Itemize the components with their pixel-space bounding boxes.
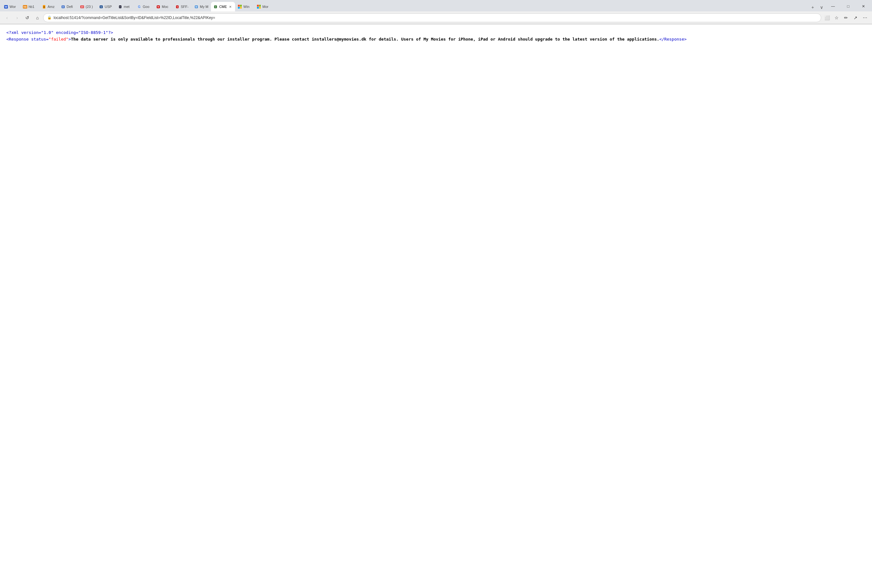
collections-button[interactable]: ✏ bbox=[842, 14, 851, 22]
maximize-button[interactable]: □ bbox=[841, 1, 855, 11]
word-icon: W bbox=[4, 5, 8, 9]
star-icon: ☆ bbox=[834, 15, 839, 20]
tab-usp[interactable]: U USP bbox=[96, 2, 116, 11]
tab-label-met: met bbox=[124, 5, 129, 9]
tab-label-cme: CME bbox=[219, 5, 227, 9]
hb-icon: hb bbox=[23, 5, 27, 9]
tab-favicon-sff: S bbox=[175, 4, 179, 9]
tab-label-wor: Wor bbox=[9, 5, 16, 9]
back-icon: ‹ bbox=[6, 15, 8, 20]
tab-hb1[interactable]: hb hb1 bbox=[20, 2, 39, 11]
tab-met[interactable]: m met bbox=[116, 2, 134, 11]
tab-favicon-win bbox=[238, 4, 242, 9]
amazon-icon: a bbox=[43, 5, 45, 9]
tab-wor[interactable]: W Wor bbox=[1, 2, 20, 11]
tab-mor[interactable]: Mor bbox=[254, 2, 273, 11]
home-icon: ⌂ bbox=[36, 15, 39, 20]
new-tab-button[interactable]: + bbox=[809, 3, 817, 11]
settings-icon: ⋯ bbox=[863, 15, 867, 20]
tab-favicon-met: m bbox=[118, 4, 122, 9]
minimize-button[interactable]: — bbox=[826, 1, 840, 11]
tab-win[interactable]: Win bbox=[235, 2, 254, 11]
tab-favicon-mym: M bbox=[194, 4, 198, 9]
share-icon: ↗ bbox=[854, 15, 857, 20]
tab-def[interactable]: D Defi bbox=[59, 2, 77, 11]
google-icon: G bbox=[138, 5, 141, 9]
mor-icon bbox=[257, 5, 261, 9]
response-close-tag: </Response> bbox=[659, 37, 686, 42]
favorites-button[interactable]: ☆ bbox=[832, 14, 841, 22]
tab-favicon-amazon: a bbox=[42, 4, 46, 9]
windows-icon bbox=[238, 5, 242, 9]
tab-label-mor: Mor bbox=[262, 5, 268, 9]
tab-label-moc: Moc bbox=[162, 5, 168, 9]
mym-icon: M bbox=[195, 5, 198, 8]
23-icon: 23 bbox=[80, 5, 84, 8]
forward-icon: › bbox=[17, 15, 18, 20]
tab-label-sff: SFF- bbox=[181, 5, 188, 9]
tab-close-cme[interactable]: ✕ bbox=[228, 4, 233, 9]
tab-goo[interactable]: G Goo bbox=[134, 2, 153, 11]
xml-declaration: <?xml version="1.0" encoding="ISO-8859-1… bbox=[6, 30, 113, 35]
forward-button[interactable]: › bbox=[13, 14, 21, 22]
close-button[interactable]: ✕ bbox=[856, 1, 871, 11]
tab-favicon-wor: W bbox=[4, 4, 8, 9]
tab-amazon[interactable]: a Amz bbox=[39, 2, 59, 11]
nav-actions: ⬜ ☆ ✏ ↗ ⋯ bbox=[822, 14, 869, 22]
refresh-icon: ↺ bbox=[26, 15, 29, 20]
browser-chrome: W Wor hb hb1 a Amz D Defi 23 bbox=[0, 0, 872, 24]
address-text: localhost:51414/?command=GetTitleList&So… bbox=[54, 15, 817, 20]
def-icon: D bbox=[62, 5, 65, 8]
tab-bar-controls: + ∨ bbox=[809, 3, 826, 11]
tab-list-button[interactable]: ∨ bbox=[818, 3, 826, 11]
tab-label-23: (23 ) bbox=[86, 5, 93, 9]
tab-favicon-23: 23 bbox=[80, 4, 84, 9]
response-message: The data server is only available to pro… bbox=[71, 37, 660, 42]
sff-icon: S bbox=[176, 5, 179, 8]
tab-favicon-usp: U bbox=[99, 4, 104, 9]
tab-23[interactable]: 23 (23 ) bbox=[77, 2, 96, 11]
lock-icon: 🔒 bbox=[47, 15, 52, 20]
response-open-tag: <Response status= bbox=[6, 37, 48, 42]
reading-view-button[interactable]: ⬜ bbox=[822, 14, 831, 22]
response-status-value: "failed" bbox=[48, 37, 69, 42]
address-bar[interactable]: 🔒 localhost:51414/?command=GetTitleList&… bbox=[43, 14, 821, 22]
tab-favicon-mor bbox=[257, 4, 261, 9]
tab-bar: W Wor hb hb1 a Amz D Defi 23 bbox=[0, 0, 872, 11]
tab-favicon-def: D bbox=[61, 4, 65, 9]
usp-icon: U bbox=[99, 5, 102, 8]
refresh-button[interactable]: ↺ bbox=[23, 14, 32, 22]
xml-line1: <?xml version="1.0" encoding="ISO-8859-1… bbox=[6, 30, 866, 36]
nav-bar: ‹ › ↺ ⌂ 🔒 localhost:51414/?command=GetTi… bbox=[0, 11, 872, 24]
tab-favicon-cme: C bbox=[213, 4, 218, 9]
home-button[interactable]: ⌂ bbox=[33, 14, 42, 22]
tab-label-amazon: Amz bbox=[48, 5, 54, 9]
cme-icon: C bbox=[214, 5, 217, 8]
moc-icon: M bbox=[157, 5, 160, 8]
reading-view-icon: ⬜ bbox=[824, 15, 830, 20]
xml-line2: <Response status="failed">The data serve… bbox=[6, 36, 866, 43]
met-icon: m bbox=[119, 5, 122, 8]
back-button[interactable]: ‹ bbox=[3, 14, 11, 22]
tab-favicon-hb1: hb bbox=[23, 4, 27, 9]
tab-favicon-goo: G bbox=[137, 4, 141, 9]
page-content: <?xml version="1.0" encoding="ISO-8859-1… bbox=[0, 24, 872, 578]
settings-button[interactable]: ⋯ bbox=[861, 14, 869, 22]
tab-label-hb1: hb1 bbox=[29, 5, 34, 9]
window-controls: — □ ✕ bbox=[826, 1, 871, 11]
tab-sff[interactable]: S SFF- bbox=[173, 2, 192, 11]
collections-icon: ✏ bbox=[844, 15, 848, 20]
tab-label-mym: My M bbox=[200, 5, 208, 9]
tab-favicon-moc: M bbox=[156, 4, 161, 9]
tab-cme[interactable]: C CME ✕ bbox=[211, 2, 235, 11]
tab-label-win: Win bbox=[243, 5, 249, 9]
tab-label-goo: Goo bbox=[143, 5, 149, 9]
tab-mym[interactable]: M My M bbox=[192, 2, 211, 11]
tab-label-def: Defi bbox=[67, 5, 73, 9]
share-button[interactable]: ↗ bbox=[851, 14, 860, 22]
response-gt: > bbox=[69, 37, 71, 42]
tab-label-usp: USP bbox=[105, 5, 112, 9]
tab-moc[interactable]: M Moc bbox=[153, 2, 173, 11]
